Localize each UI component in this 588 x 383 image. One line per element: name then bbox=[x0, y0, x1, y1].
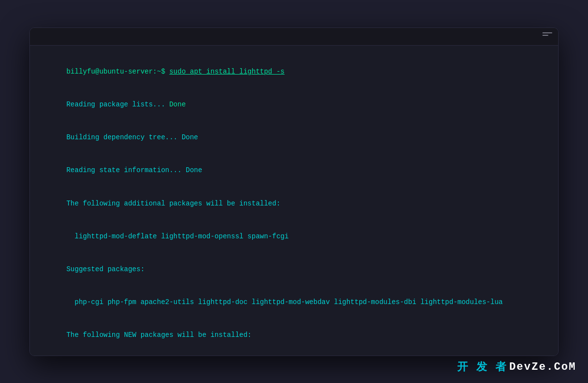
output-text: Reading state information... Done bbox=[66, 166, 202, 174]
output-text: The following NEW packages will be insta… bbox=[66, 331, 251, 339]
watermark-site: DevZe.CoM bbox=[509, 361, 576, 373]
terminal-line: lighttpd-mod-deflate lighttpd-mod-openss… bbox=[42, 220, 546, 253]
terminal-line: Suggested packages: bbox=[42, 253, 546, 286]
command-text: sudo apt install lighttpd -s bbox=[169, 68, 284, 76]
terminal-line: billyfu@ubuntu-server:~$ sudo apt instal… bbox=[42, 55, 546, 88]
output-text: lighttpd-mod-deflate lighttpd-mod-openss… bbox=[66, 232, 289, 240]
terminal-line: The following NEW packages will be insta… bbox=[42, 319, 546, 352]
terminal-line: Reading state information... Done bbox=[42, 154, 546, 187]
window-icon bbox=[542, 32, 552, 40]
output-text: Reading package lists... bbox=[66, 101, 169, 108]
terminal-line: Building dependency tree... Done bbox=[42, 121, 546, 154]
terminal-line: The following additional packages will b… bbox=[42, 187, 546, 220]
terminal-titlebar bbox=[30, 28, 558, 46]
prompt-user: billyfu@ubuntu-server:~$ bbox=[66, 68, 169, 76]
output-text: Suggested packages: bbox=[66, 265, 145, 273]
watermark-chinese: 开 发 者 bbox=[457, 359, 507, 374]
output-text: Building dependency tree... Done bbox=[66, 133, 198, 141]
terminal-body[interactable]: billyfu@ubuntu-server:~$ sudo apt instal… bbox=[30, 46, 558, 356]
output-done: Done bbox=[169, 101, 186, 108]
output-text: php-cgi php-fpm apache2-utils lighttpd-d… bbox=[66, 298, 503, 306]
terminal-line: php-cgi php-fpm apache2-utils lighttpd-d… bbox=[42, 286, 546, 319]
terminal-window: billyfu@ubuntu-server:~$ sudo apt instal… bbox=[29, 27, 559, 356]
terminal-line: Reading package lists... Done bbox=[42, 88, 546, 121]
output-text: The following additional packages will b… bbox=[66, 200, 280, 207]
watermark: 开 发 者 DevZe.CoM bbox=[457, 359, 576, 374]
terminal-line: lighttpd lighttpd-mod-deflate lighttpd-m… bbox=[42, 352, 546, 355]
